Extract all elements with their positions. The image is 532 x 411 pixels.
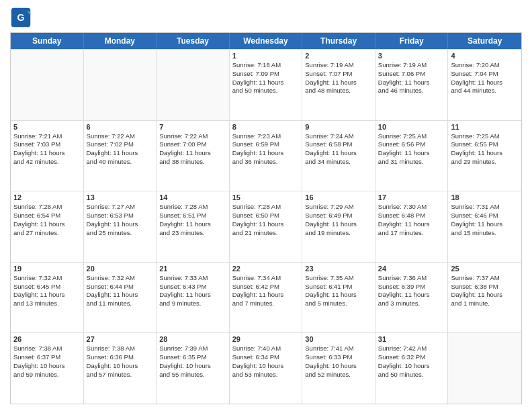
day-info: Sunrise: 7:23 AM Sunset: 6:59 PM Dayligh… xyxy=(232,132,300,167)
day-info: Sunrise: 7:20 AM Sunset: 7:04 PM Dayligh… xyxy=(451,61,519,95)
day-number: 7 xyxy=(159,123,226,131)
day-number: 30 xyxy=(305,335,372,343)
calendar-cell: 8Sunrise: 7:23 AM Sunset: 6:59 PM Daylig… xyxy=(230,121,303,191)
day-number: 22 xyxy=(232,265,300,273)
day-number: 1 xyxy=(232,52,300,60)
day-number: 29 xyxy=(232,335,300,343)
day-info: Sunrise: 7:27 AM Sunset: 6:53 PM Dayligh… xyxy=(87,203,154,237)
day-number: 6 xyxy=(87,123,154,131)
day-number: 4 xyxy=(451,52,519,60)
day-number: 16 xyxy=(305,193,372,201)
calendar-row-0: 1Sunrise: 7:18 AM Sunset: 7:09 PM Daylig… xyxy=(11,49,521,120)
day-info: Sunrise: 7:28 AM Sunset: 6:51 PM Dayligh… xyxy=(159,203,226,237)
day-info: Sunrise: 7:25 AM Sunset: 6:55 PM Dayligh… xyxy=(451,132,519,167)
day-info: Sunrise: 7:25 AM Sunset: 6:56 PM Dayligh… xyxy=(378,132,445,167)
day-number: 11 xyxy=(451,123,519,131)
day-info: Sunrise: 7:31 AM Sunset: 6:46 PM Dayligh… xyxy=(451,203,519,237)
day-info: Sunrise: 7:42 AM Sunset: 6:32 PM Dayligh… xyxy=(378,345,445,379)
day-info: Sunrise: 7:36 AM Sunset: 6:39 PM Dayligh… xyxy=(378,274,445,308)
logo-icon: G xyxy=(10,7,32,28)
calendar-row-4: 26Sunrise: 7:38 AM Sunset: 6:37 PM Dayli… xyxy=(11,332,521,404)
day-info: Sunrise: 7:41 AM Sunset: 6:33 PM Dayligh… xyxy=(305,345,372,379)
day-number: 19 xyxy=(13,265,81,273)
day-info: Sunrise: 7:22 AM Sunset: 7:02 PM Dayligh… xyxy=(87,132,154,167)
day-info: Sunrise: 7:34 AM Sunset: 6:42 PM Dayligh… xyxy=(232,274,300,308)
day-info: Sunrise: 7:19 AM Sunset: 7:06 PM Dayligh… xyxy=(378,61,445,95)
calendar-cell: 9Sunrise: 7:24 AM Sunset: 6:58 PM Daylig… xyxy=(302,121,375,191)
day-info: Sunrise: 7:32 AM Sunset: 6:44 PM Dayligh… xyxy=(87,274,154,308)
day-info: Sunrise: 7:35 AM Sunset: 6:41 PM Dayligh… xyxy=(305,274,372,308)
day-number: 24 xyxy=(378,265,445,273)
calendar-cell: 7Sunrise: 7:22 AM Sunset: 7:00 PM Daylig… xyxy=(157,121,230,191)
weekday-header-monday: Monday xyxy=(84,33,157,49)
day-info: Sunrise: 7:18 AM Sunset: 7:09 PM Dayligh… xyxy=(232,61,300,95)
day-info: Sunrise: 7:30 AM Sunset: 6:48 PM Dayligh… xyxy=(378,203,445,237)
day-number: 25 xyxy=(451,265,519,273)
svg-text:G: G xyxy=(17,12,24,23)
calendar-cell xyxy=(84,50,157,120)
calendar-cell: 18Sunrise: 7:31 AM Sunset: 6:46 PM Dayli… xyxy=(448,191,521,262)
weekday-header-wednesday: Wednesday xyxy=(230,33,303,49)
calendar-row-1: 5Sunrise: 7:21 AM Sunset: 7:03 PM Daylig… xyxy=(11,120,521,191)
day-info: Sunrise: 7:33 AM Sunset: 6:43 PM Dayligh… xyxy=(159,274,226,308)
day-number: 5 xyxy=(13,123,81,131)
day-info: Sunrise: 7:38 AM Sunset: 6:36 PM Dayligh… xyxy=(87,345,154,379)
day-number: 27 xyxy=(87,335,154,343)
weekday-header-saturday: Saturday xyxy=(448,33,521,49)
day-number: 15 xyxy=(232,193,300,201)
calendar-cell: 22Sunrise: 7:34 AM Sunset: 6:42 PM Dayli… xyxy=(230,263,303,333)
weekday-header-thursday: Thursday xyxy=(302,33,375,49)
day-info: Sunrise: 7:21 AM Sunset: 7:03 PM Dayligh… xyxy=(13,132,81,167)
calendar-cell: 14Sunrise: 7:28 AM Sunset: 6:51 PM Dayli… xyxy=(157,191,230,262)
calendar-cell: 4Sunrise: 7:20 AM Sunset: 7:04 PM Daylig… xyxy=(448,50,521,120)
calendar-cell: 13Sunrise: 7:27 AM Sunset: 6:53 PM Dayli… xyxy=(84,191,157,262)
day-info: Sunrise: 7:39 AM Sunset: 6:35 PM Dayligh… xyxy=(159,345,226,379)
calendar-cell: 17Sunrise: 7:30 AM Sunset: 6:48 PM Dayli… xyxy=(375,191,449,262)
calendar-cell: 30Sunrise: 7:41 AM Sunset: 6:33 PM Dayli… xyxy=(302,333,375,404)
day-number: 31 xyxy=(378,335,445,343)
calendar-header: SundayMondayTuesdayWednesdayThursdayFrid… xyxy=(11,33,521,49)
calendar-cell xyxy=(157,50,230,120)
calendar-cell: 19Sunrise: 7:32 AM Sunset: 6:45 PM Dayli… xyxy=(11,263,84,333)
day-number: 23 xyxy=(305,265,372,273)
day-info: Sunrise: 7:22 AM Sunset: 7:00 PM Dayligh… xyxy=(159,132,226,167)
calendar-cell: 12Sunrise: 7:26 AM Sunset: 6:54 PM Dayli… xyxy=(11,191,84,262)
calendar-cell: 26Sunrise: 7:38 AM Sunset: 6:37 PM Dayli… xyxy=(11,333,84,404)
calendar-body: 1Sunrise: 7:18 AM Sunset: 7:09 PM Daylig… xyxy=(11,49,521,404)
day-number: 26 xyxy=(13,335,81,343)
calendar-cell: 28Sunrise: 7:39 AM Sunset: 6:35 PM Dayli… xyxy=(157,333,230,404)
logo: G xyxy=(10,7,34,28)
calendar-cell: 3Sunrise: 7:19 AM Sunset: 7:06 PM Daylig… xyxy=(375,50,449,120)
calendar-cell: 20Sunrise: 7:32 AM Sunset: 6:44 PM Dayli… xyxy=(84,263,157,333)
day-info: Sunrise: 7:37 AM Sunset: 6:38 PM Dayligh… xyxy=(451,274,519,308)
day-number: 10 xyxy=(378,123,445,131)
day-info: Sunrise: 7:29 AM Sunset: 6:49 PM Dayligh… xyxy=(305,203,372,237)
weekday-header-friday: Friday xyxy=(375,33,449,49)
day-info: Sunrise: 7:26 AM Sunset: 6:54 PM Dayligh… xyxy=(13,203,81,237)
day-info: Sunrise: 7:28 AM Sunset: 6:50 PM Dayligh… xyxy=(232,203,300,237)
day-info: Sunrise: 7:19 AM Sunset: 7:07 PM Dayligh… xyxy=(305,61,372,95)
calendar-cell: 11Sunrise: 7:25 AM Sunset: 6:55 PM Dayli… xyxy=(448,121,521,191)
calendar-cell: 6Sunrise: 7:22 AM Sunset: 7:02 PM Daylig… xyxy=(84,121,157,191)
calendar-cell xyxy=(11,50,84,120)
calendar-cell: 15Sunrise: 7:28 AM Sunset: 6:50 PM Dayli… xyxy=(230,191,303,262)
calendar-row-2: 12Sunrise: 7:26 AM Sunset: 6:54 PM Dayli… xyxy=(11,191,521,262)
calendar-cell: 21Sunrise: 7:33 AM Sunset: 6:43 PM Dayli… xyxy=(157,263,230,333)
calendar-row-3: 19Sunrise: 7:32 AM Sunset: 6:45 PM Dayli… xyxy=(11,262,521,333)
day-info: Sunrise: 7:24 AM Sunset: 6:58 PM Dayligh… xyxy=(305,132,372,167)
day-info: Sunrise: 7:38 AM Sunset: 6:37 PM Dayligh… xyxy=(13,345,81,379)
calendar-cell: 1Sunrise: 7:18 AM Sunset: 7:09 PM Daylig… xyxy=(230,50,303,120)
calendar-cell: 5Sunrise: 7:21 AM Sunset: 7:03 PM Daylig… xyxy=(11,121,84,191)
calendar-cell: 2Sunrise: 7:19 AM Sunset: 7:07 PM Daylig… xyxy=(302,50,375,120)
weekday-header-sunday: Sunday xyxy=(11,33,84,49)
day-number: 9 xyxy=(305,123,372,131)
day-number: 3 xyxy=(378,52,445,60)
day-number: 8 xyxy=(232,123,300,131)
day-number: 17 xyxy=(378,193,445,201)
day-number: 12 xyxy=(13,193,81,201)
day-number: 13 xyxy=(87,193,154,201)
calendar-cell: 16Sunrise: 7:29 AM Sunset: 6:49 PM Dayli… xyxy=(302,191,375,262)
day-info: Sunrise: 7:40 AM Sunset: 6:34 PM Dayligh… xyxy=(232,345,300,379)
day-number: 20 xyxy=(87,265,154,273)
day-number: 28 xyxy=(159,335,226,343)
